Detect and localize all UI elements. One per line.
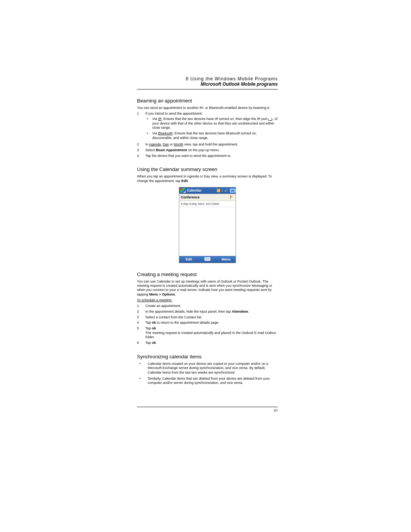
heading-sync: Synchronizing calendar items	[137, 354, 278, 359]
screenshot-bottombar: Edit Menu	[179, 256, 236, 263]
footer-rule	[137, 407, 278, 407]
beam-via-bluetooth: Via Bluetooth: Ensure that the two devic…	[145, 131, 278, 140]
start-icon	[180, 188, 186, 193]
beam-intro: You can send an appointment to another I…	[137, 106, 278, 110]
ok-button: ok	[230, 189, 236, 193]
document-page: 6 Using the Windows Mobile Programs Micr…	[0, 0, 411, 532]
edit-softkey: Edit	[179, 257, 198, 261]
appointment-datetime: 5:00p-6:00p Wed, 9/27/2006	[179, 201, 236, 207]
meeting-step-3: 3Select a contact from the Contact list.	[137, 315, 278, 320]
ir-port-icon	[268, 118, 274, 121]
flag-icon	[229, 195, 234, 200]
section-subtitle: Microsoft Outlook Mobile programs	[137, 81, 278, 87]
screenshot-titlebar: Calendar 📶 ↕ 🔊 ok	[179, 187, 236, 194]
beam-step-2: 2 In Agenda, Day or Month view, tap and …	[137, 142, 278, 147]
connection-icon: ↕	[221, 189, 223, 192]
keyboard-softkey	[198, 257, 217, 262]
header-rule	[137, 89, 278, 89]
meeting-step5-note: The meeting request is created automatic…	[145, 331, 276, 339]
beam-steps: 1 If you intend to send the appointment:…	[137, 112, 278, 158]
screenshot-subject-row: Conference	[179, 194, 236, 201]
sync-bullet-2: •Similarly, Calendar items that are dele…	[137, 377, 278, 385]
summary-intro: When you tap an appointment in Agenda or…	[137, 174, 278, 183]
screenshot-title: Calendar	[187, 189, 217, 192]
beam-step1-text: If you intend to send the appointment:	[145, 112, 203, 115]
keyboard-icon	[204, 257, 210, 261]
heading-meeting: Creating a meeting request	[137, 272, 278, 277]
menu-softkey: Menu	[217, 257, 236, 261]
beam-step-4: 4 Tap the device that you want to send t…	[137, 154, 278, 158]
meeting-step-6: 6Tap ok.	[137, 341, 278, 345]
chapter-title: 6 Using the Windows Mobile Programs	[137, 76, 278, 81]
signal-icon: 📶	[217, 189, 220, 192]
page-content: 6 Using the Windows Mobile Programs Micr…	[137, 76, 278, 387]
meeting-step-2: 2In the appointment details, hide the in…	[137, 310, 278, 314]
meeting-intro: You can use Calendar to set up meetings …	[137, 280, 278, 297]
meeting-step-4: 4Tap ok to return to the appointment det…	[137, 321, 278, 325]
meeting-step-1: 1Create an appointment.	[137, 304, 278, 308]
beam-step-1: 1 If you intend to send the appointment:…	[137, 112, 278, 141]
beam-via-ir: Via IR: Ensure that the two devices have…	[145, 117, 278, 130]
sync-bullets: •Calendar items created on your device a…	[137, 362, 278, 385]
beam-step1-bullets: Via IR: Ensure that the two devices have…	[145, 117, 278, 140]
page-footer: 67	[137, 407, 278, 412]
page-header: 6 Using the Windows Mobile Programs Micr…	[137, 76, 278, 87]
page-number: 67	[137, 409, 278, 412]
appointment-subject: Conference	[181, 195, 200, 199]
meeting-step-5: 5Tap ok.The meeting request is created a…	[137, 326, 278, 340]
schedule-label: To schedule a meeting:	[137, 298, 278, 302]
volume-icon: 🔊	[224, 189, 228, 192]
meeting-steps: 1Create an appointment. 2In the appointm…	[137, 304, 278, 345]
beam-step-3: 3 Select Beam Appointment on the pop-up …	[137, 148, 278, 153]
screenshot-body	[179, 207, 236, 256]
heading-beaming: Beaming an appointment	[137, 98, 278, 104]
status-icons: 📶 ↕ 🔊	[217, 189, 229, 192]
sync-bullet-1: •Calendar items created on your device a…	[137, 362, 278, 375]
heading-summary: Using the Calendar summary screen	[137, 166, 278, 172]
calendar-screenshot: Calendar 📶 ↕ 🔊 ok Conference 5:00p-6:00p…	[179, 187, 236, 263]
